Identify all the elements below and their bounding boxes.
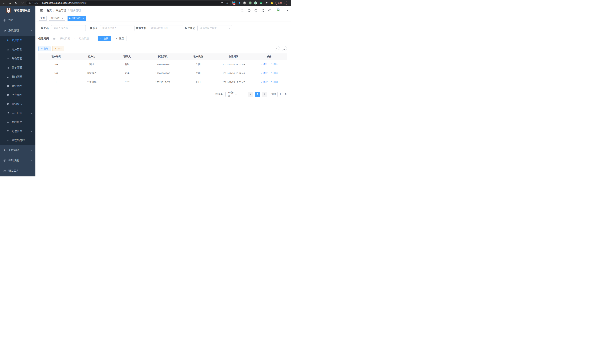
sidebar-item-user[interactable]: 用户管理 xyxy=(0,45,36,54)
sidebar-item-notice[interactable]: 通知公告 xyxy=(0,99,36,109)
edit-label: 修改 xyxy=(263,72,268,75)
sidebar-item-dept[interactable]: 部门管理 xyxy=(0,72,36,81)
github-icon[interactable] xyxy=(247,9,251,13)
show-search-toggle-button[interactable] xyxy=(275,46,280,51)
pagination: 共 3 条 10条/页 1 前往 xyxy=(38,92,287,97)
edit-link[interactable]: 修改 xyxy=(261,63,268,66)
back-icon[interactable]: ← xyxy=(2,1,5,5)
sidebar-item-home[interactable]: 首页 xyxy=(0,15,36,25)
header-search-icon[interactable] xyxy=(240,9,244,13)
sidebar-item-menu[interactable]: 菜单管理 xyxy=(0,63,36,72)
sidebar-item-dev-tools[interactable]: 研发工具 xyxy=(0,166,36,176)
export-button[interactable]: 导出 xyxy=(52,46,64,51)
sidebar-collapse-icon[interactable] xyxy=(40,9,44,12)
address-bar[interactable]: 不安全 dashboard.yudao.iocoder.cn/system/te… xyxy=(26,1,230,5)
sidebar-item-label: 字典管理 xyxy=(12,93,22,97)
tab-home[interactable]: 首页 xyxy=(39,16,47,21)
table-row: 1 芋道源码 芋艿 17321315478 开启 2021-01-05 17:0… xyxy=(38,78,287,87)
active-dot xyxy=(69,18,71,19)
puzzle-icon[interactable] xyxy=(265,1,268,4)
sidebar-item-label: 菜单管理 xyxy=(12,66,22,69)
sidebar-item-system[interactable]: 系统管理 xyxy=(0,25,36,36)
help-icon[interactable] xyxy=(254,9,258,13)
date-range-picker[interactable]: 开始日期 - 结束日期 xyxy=(51,36,94,41)
search-button[interactable]: 搜索 xyxy=(98,36,111,41)
sidebar-item-audit-log[interactable]: 审计日志 xyxy=(0,109,36,118)
cell-created: 2021-12-14 20:49:44 xyxy=(216,69,251,78)
chat-extension-icon[interactable] xyxy=(259,1,262,4)
kite-icon[interactable] xyxy=(238,1,241,4)
sidebar-item-infra[interactable]: 基础设施 xyxy=(0,155,36,166)
sidebar-item-online-user[interactable]: 在线用户 xyxy=(0,118,36,127)
phone-input[interactable] xyxy=(149,25,183,31)
url-host[interactable]: dashboard.yudao.iocoder.cn xyxy=(42,2,71,4)
security-label[interactable]: 不安全 xyxy=(32,1,38,4)
prev-page-button[interactable] xyxy=(248,92,253,97)
cell-phone: 17321315478 xyxy=(145,78,180,87)
font-size-icon[interactable] xyxy=(268,9,272,13)
bookmark-star-icon[interactable]: ☆ xyxy=(226,1,228,5)
contact-label: 联系人 xyxy=(87,27,100,30)
recorder-extension-icon[interactable] xyxy=(249,1,252,4)
browser-menu-icon[interactable]: ⋮ xyxy=(283,2,286,4)
breadcrumb-home[interactable]: 首页 xyxy=(47,9,52,12)
sidebar-item-tenant[interactable]: 租户管理 xyxy=(0,36,36,45)
goto-page-input[interactable] xyxy=(277,92,283,97)
delete-link[interactable]: 删除 xyxy=(271,72,278,75)
home-icon[interactable] xyxy=(21,1,24,5)
tab-label: 部门管理 xyxy=(51,17,60,20)
pencil-icon xyxy=(261,72,263,75)
online-icon xyxy=(7,121,9,124)
sidebar-item-label: 在线用户 xyxy=(12,121,22,124)
edit-link[interactable]: 修改 xyxy=(261,72,268,75)
yudao-extension-icon[interactable]: Y xyxy=(254,1,257,4)
col-phone: 联系手机 xyxy=(145,53,180,60)
page-size-select[interactable]: 10条/页 xyxy=(225,92,243,97)
delete-label: 删除 xyxy=(273,72,278,75)
filter-row-2: 创建时间 开始日期 - 结束日期 搜索 xyxy=(38,36,287,41)
contact-input[interactable] xyxy=(100,25,134,31)
share-icon[interactable] xyxy=(221,1,223,4)
next-page-button[interactable] xyxy=(262,92,267,97)
url-path[interactable]: /system/tenant xyxy=(71,2,86,4)
close-icon[interactable]: × xyxy=(61,17,64,19)
avatar-broken-image[interactable] xyxy=(276,7,283,14)
code-icon xyxy=(7,139,9,142)
sidebar-item-pay[interactable]: ¥ 支付管理 xyxy=(0,145,36,155)
emoji-extension-icon[interactable] xyxy=(271,1,274,4)
delete-link[interactable]: 删除 xyxy=(271,81,278,84)
reset-button[interactable]: 重置 xyxy=(113,36,127,41)
sms-icon xyxy=(7,130,9,133)
tab-tenant[interactable]: 租户管理 × xyxy=(67,16,86,21)
tenant-name-input[interactable] xyxy=(51,25,86,31)
end-date-placeholder[interactable]: 结束日期 xyxy=(76,37,92,40)
cell-tenant-name: 测试 xyxy=(74,60,109,69)
sidebar-item-error-code[interactable]: 错误码管理 xyxy=(0,136,36,145)
sidebar-item-role[interactable]: 角色管理 xyxy=(0,54,36,63)
avatar-caret-icon[interactable] xyxy=(286,10,288,12)
sidebar-logo[interactable]: 芋道管理系统 xyxy=(0,6,36,15)
command-extension-icon[interactable]: ⌘ xyxy=(243,1,246,4)
delete-link[interactable]: 删除 xyxy=(271,63,278,66)
cell-status: 开启 xyxy=(180,78,216,87)
tag-assistant-icon[interactable]: 10 xyxy=(232,1,235,4)
tab-dept[interactable]: 部门管理 × xyxy=(49,16,65,21)
forward-icon[interactable]: → xyxy=(8,1,12,5)
tenants-icon xyxy=(7,39,9,42)
breadcrumb-system[interactable]: 系统管理 xyxy=(56,9,66,12)
refresh-table-button[interactable] xyxy=(282,46,287,51)
add-button[interactable]: 新增 xyxy=(38,46,50,51)
sidebar-item-dict[interactable]: 字典管理 xyxy=(0,90,36,99)
sidebar-item-sms[interactable]: 短信管理 xyxy=(0,127,36,136)
reload-icon[interactable] xyxy=(14,1,18,5)
start-date-placeholder[interactable]: 开始日期 xyxy=(57,37,73,40)
edit-link[interactable]: 修改 xyxy=(261,81,268,84)
status-select[interactable]: 请选择租户状态 xyxy=(197,25,232,31)
chevron-right-icon xyxy=(264,93,266,95)
browser-update-button[interactable]: 更新 ⋮ xyxy=(275,1,287,5)
fullscreen-icon[interactable] xyxy=(261,9,265,13)
page-number-button[interactable]: 1 xyxy=(255,92,260,97)
delete-label: 删除 xyxy=(273,81,278,84)
sidebar-item-post[interactable]: 岗位管理 xyxy=(0,81,36,90)
close-icon[interactable]: × xyxy=(82,17,84,19)
